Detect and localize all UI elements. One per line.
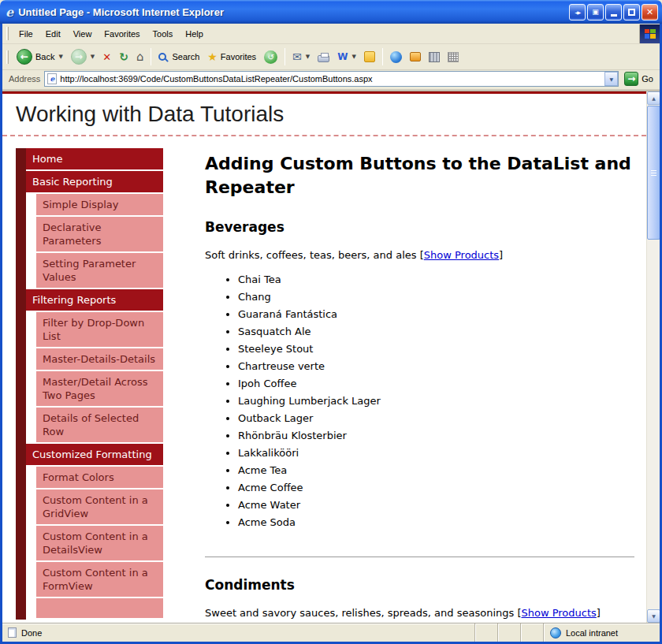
nav-master-details-details[interactable]: Master-Details-Details [36, 348, 163, 371]
ie-icon: e [6, 5, 13, 20]
minimize-icon [611, 14, 617, 17]
address-input[interactable] [60, 74, 601, 84]
print-button[interactable] [314, 50, 333, 65]
favorites-button[interactable]: ★ Favorites [203, 48, 260, 65]
back-icon: ← [17, 49, 32, 65]
edit-button[interactable]: W ▼ [333, 49, 360, 65]
maximize-button[interactable] [623, 4, 640, 20]
nav-customized-formatting[interactable]: Customized Formatting [26, 444, 163, 467]
window-frame: FileEditViewFavoritesToolsHelp ← Back ▼ … [0, 24, 662, 642]
nav-filtering-reports[interactable]: Filtering Reports [26, 289, 163, 312]
nav-custom-content-in-a-gridview[interactable]: Custom Content in a GridView [36, 490, 163, 526]
vertical-scrollbar[interactable]: ▲ ▼ [646, 91, 660, 623]
building-button[interactable] [425, 50, 444, 65]
scrollbar-thumb[interactable] [647, 106, 660, 240]
show-products-link[interactable]: Show Products [521, 607, 596, 619]
product-list: Chai TeaChangGuaraná FantásticaSasquatch… [205, 274, 634, 528]
toolbar-grip[interactable] [6, 50, 9, 64]
nav-custom-content-in-a-formview[interactable]: Custom Content in a FormView [36, 562, 163, 598]
nav-details-of-selected-row[interactable]: Details of Selected Row [36, 408, 163, 444]
scroll-up-button[interactable]: ▲ [647, 91, 660, 105]
product-item: Steeleye Stout [238, 343, 634, 355]
product-item: Outback Lager [238, 412, 634, 424]
nav-setting-parameter-values[interactable]: Setting Parameter Values [36, 253, 163, 289]
address-label: Address [4, 74, 40, 84]
favorites-star-icon: ★ [207, 50, 218, 63]
search-icon [158, 53, 166, 61]
nav-item-15[interactable] [36, 598, 163, 620]
product-item: Acme Tea [238, 464, 634, 476]
nav-custom-content-in-a-detailsview[interactable]: Custom Content in a DetailsView [36, 526, 163, 562]
back-label: Back [35, 52, 54, 61]
product-item: Chartreuse verte [238, 360, 634, 372]
status-panel [520, 624, 543, 642]
vm-window-button[interactable]: ▣ [587, 4, 604, 20]
messenger-ball-button[interactable] [386, 49, 406, 65]
scroll-down-button[interactable]: ▼ [647, 609, 660, 623]
menu-edit[interactable]: Edit [39, 26, 67, 42]
menu-bar: FileEditViewFavoritesToolsHelp [2, 24, 660, 44]
nav-simple-display[interactable]: Simple Display [36, 194, 163, 217]
show-products-link[interactable]: Show Products [424, 249, 499, 261]
mail-icon: ✉ [292, 50, 302, 63]
maximize-icon [628, 9, 635, 16]
back-dropdown-icon[interactable]: ▼ [58, 54, 62, 60]
address-field[interactable]: e ▼ [44, 71, 619, 87]
windows-flag-logo [639, 24, 660, 43]
building-icon [429, 52, 440, 62]
product-item: Acme Soda [238, 516, 634, 528]
go-button[interactable]: → Go [623, 72, 655, 86]
nav-filter-by-drop-down-list[interactable]: Filter by Drop-Down List [36, 312, 163, 348]
menu-help[interactable]: Help [179, 26, 210, 42]
title-bar[interactable]: e Untitled Page - Microsoft Internet Exp… [0, 0, 662, 24]
messenger-icon [364, 51, 375, 62]
home-button[interactable]: ⌂ [132, 47, 148, 66]
go-icon: → [624, 72, 638, 86]
edit-dropdown-icon[interactable]: ▼ [351, 54, 355, 60]
site-title: Working with Data Tutorials [2, 94, 646, 135]
nav-home[interactable]: Home [26, 148, 163, 171]
product-item: Chai Tea [238, 274, 634, 285]
done-page-icon [8, 627, 17, 638]
status-bar: Done Local intranet [2, 623, 660, 642]
nav-declarative-parameters[interactable]: Declarative Parameters [36, 217, 163, 253]
forward-dropdown-icon[interactable]: ▼ [91, 54, 95, 60]
messenger-button[interactable] [360, 49, 379, 65]
close-button[interactable]: ✕ [642, 4, 658, 20]
status-panel [474, 624, 497, 642]
search-button[interactable]: Search [154, 50, 203, 64]
category-description: Sweet and savory sauces, relishes, sprea… [205, 607, 634, 619]
history-button[interactable]: ↺ [260, 48, 281, 66]
browser-window: e Untitled Page - Microsoft Internet Exp… [0, 0, 662, 644]
forward-icon: → [71, 49, 87, 65]
folders-button[interactable] [406, 50, 425, 64]
product-item: Lakkalikööri [238, 447, 634, 459]
window-controls: ◄▶ ▣ ✕ [569, 4, 658, 20]
menu-favorites[interactable]: Favorites [98, 26, 146, 42]
refresh-icon: ↻ [119, 50, 128, 63]
sections: BeveragesSoft drinks, coffees, teas, bee… [205, 219, 634, 619]
status-panel [497, 624, 520, 642]
stop-button[interactable]: ✕ [99, 49, 115, 65]
menu-grip[interactable] [6, 27, 9, 40]
mail-button[interactable]: ✉ ▼ [288, 48, 314, 65]
product-item: Sasquatch Ale [238, 326, 634, 337]
grid-button[interactable] [444, 50, 463, 65]
nav-master-detail-across-two-pages[interactable]: Master/Detail Across Two Pages [36, 371, 163, 408]
back-button[interactable]: ← Back ▼ [13, 47, 67, 67]
forward-button[interactable]: → ▼ [67, 47, 99, 67]
address-dropdown-button[interactable]: ▼ [604, 72, 618, 86]
go-label: Go [642, 74, 653, 84]
nav-basic-reporting[interactable]: Basic Reporting [26, 171, 163, 194]
minimize-button[interactable] [605, 4, 622, 20]
menu-tools[interactable]: Tools [147, 26, 180, 42]
category-heading: Condiments [205, 577, 634, 593]
toolbar-separator [382, 48, 383, 65]
menu-view[interactable]: View [67, 26, 99, 42]
menu-file[interactable]: File [13, 26, 39, 42]
refresh-button[interactable]: ↻ [115, 48, 132, 65]
vm-arrows-button[interactable]: ◄▶ [569, 4, 586, 20]
mail-dropdown-icon[interactable]: ▼ [306, 54, 310, 60]
nav-format-colors[interactable]: Format Colors [36, 467, 163, 490]
product-item: Ipoh Coffee [238, 378, 634, 389]
